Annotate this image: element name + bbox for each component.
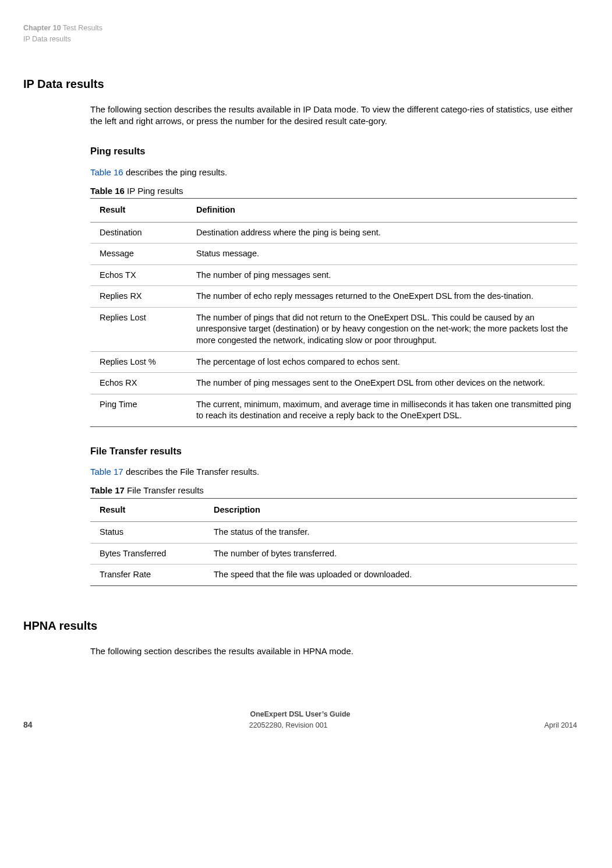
table-16-col-definition: Definition: [192, 199, 577, 223]
table-row: StatusThe status of the transfer.: [90, 522, 577, 544]
table-17-caption-text: File Transfer results: [125, 485, 204, 495]
footer-page-number: 84: [23, 719, 33, 731]
cell-result: Ping Time: [90, 394, 192, 426]
heading-file-transfer-results: File Transfer results: [90, 444, 577, 457]
table-16: Result Definition DestinationDestination…: [90, 198, 577, 427]
page-footer: OneExpert DSL User’s Guide 84 22052280, …: [23, 710, 577, 731]
ping-lead-rest: describes the ping results.: [123, 167, 227, 177]
cell-result: Message: [90, 244, 192, 265]
table-row: Transfer RateThe speed that the file was…: [90, 564, 577, 586]
table-17-label: Table 17: [90, 485, 125, 495]
table-row: DestinationDestination address where the…: [90, 222, 577, 244]
footer-docnum: 22052280, Revision 001: [249, 721, 328, 731]
table-row: Bytes TransferredThe number of bytes tra…: [90, 543, 577, 564]
link-table-16[interactable]: Table 16: [90, 167, 123, 177]
table-17-col-result: Result: [90, 498, 209, 522]
ping-lead-paragraph: Table 16 describes the ping results.: [90, 167, 577, 178]
cell-definition: The number of pings that did not return …: [192, 307, 577, 351]
cell-definition: The number of ping messages sent.: [192, 264, 577, 286]
link-table-17[interactable]: Table 17: [90, 467, 123, 477]
cell-definition: Status message.: [192, 244, 577, 265]
hpna-intro-paragraph: The following section describes the resu…: [90, 645, 577, 657]
heading-ping-results: Ping results: [90, 144, 577, 157]
table-row: Ping TimeThe current, minimum, maximum, …: [90, 394, 577, 426]
heading-ip-data-results: IP Data results: [23, 76, 577, 92]
chapter-title: Test Results: [63, 24, 102, 32]
cell-definition: The percentage of lost echos compared to…: [192, 351, 577, 373]
cell-result: Status: [90, 522, 209, 544]
table-row: Result Description: [90, 498, 577, 522]
cell-definition: The number of ping messages sent to the …: [192, 373, 577, 394]
table-16-caption-text: IP Ping results: [125, 186, 183, 196]
cell-result: Replies RX: [90, 286, 192, 308]
cell-result: Transfer Rate: [90, 564, 209, 586]
ft-lead-rest: describes the File Transfer results.: [123, 467, 259, 477]
table-17: Result Description StatusThe status of t…: [90, 498, 577, 586]
table-row: MessageStatus message.: [90, 244, 577, 265]
heading-hpna-results: HPNA results: [23, 618, 577, 634]
cell-result: Replies Lost: [90, 307, 192, 351]
table-17-caption: Table 17 File Transfer results: [90, 485, 577, 496]
table-row: Echos RXThe number of ping messages sent…: [90, 373, 577, 394]
page-header-line1: Chapter 10 Test Results: [23, 23, 577, 33]
cell-result: Bytes Transferred: [90, 543, 209, 564]
table-row: Replies RXThe number of echo reply messa…: [90, 286, 577, 308]
page-header-line2: IP Data results: [23, 34, 577, 44]
cell-description: The status of the transfer.: [209, 522, 577, 544]
table-16-col-result: Result: [90, 199, 192, 223]
footer-date: April 2014: [544, 721, 577, 731]
cell-result: Echos RX: [90, 373, 192, 394]
cell-description: The speed that the file was uploaded or …: [209, 564, 577, 586]
table-row: Replies LostThe number of pings that did…: [90, 307, 577, 351]
table-17-col-description: Description: [209, 498, 577, 522]
cell-result: Destination: [90, 222, 192, 244]
cell-result: Replies Lost %: [90, 351, 192, 373]
table-row: Replies Lost %The percentage of lost ech…: [90, 351, 577, 373]
footer-guide-title: OneExpert DSL User’s Guide: [23, 710, 577, 719]
cell-definition: Destination address where the ping is be…: [192, 222, 577, 244]
ft-lead-paragraph: Table 17 describes the File Transfer res…: [90, 466, 577, 478]
table-16-caption: Table 16 IP Ping results: [90, 185, 577, 197]
cell-description: The number of bytes transferred.: [209, 543, 577, 564]
intro-paragraph: The following section describes the resu…: [90, 104, 577, 128]
chapter-label: Chapter 10: [23, 24, 61, 32]
table-row: Result Definition: [90, 199, 577, 223]
table-row: Echos TXThe number of ping messages sent…: [90, 264, 577, 286]
cell-definition: The current, minimum, maximum, and avera…: [192, 394, 577, 426]
cell-definition: The number of echo reply messages return…: [192, 286, 577, 308]
cell-result: Echos TX: [90, 264, 192, 286]
table-16-label: Table 16: [90, 186, 125, 196]
